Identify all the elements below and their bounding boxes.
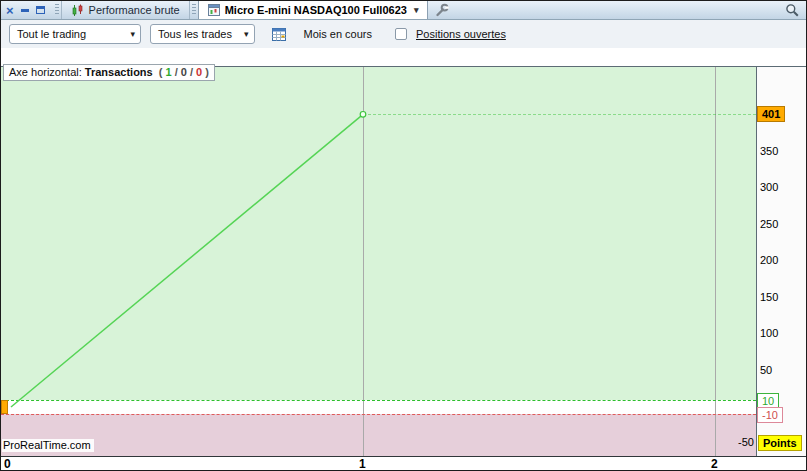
candlestick-icon (71, 4, 84, 17)
unit-tag: Points (758, 435, 802, 451)
watermark: ProRealTime.com (2, 439, 94, 452)
x-tick-label: 1 (359, 457, 366, 471)
y-tick-label: 100 (760, 327, 778, 339)
y-tick-label: 300 (760, 181, 778, 193)
neutral-count: 0 (181, 66, 187, 78)
titlebar-spacer (456, 1, 778, 19)
lower-threshold-tag: -10 (757, 407, 783, 423)
x-tick-label: 2 (711, 457, 718, 471)
minimize-icon[interactable] (21, 9, 29, 12)
upper-threshold-tag: 10 (757, 393, 779, 409)
zero-axis-marker (1, 400, 8, 415)
calendar-icon[interactable] (264, 26, 295, 42)
equity-line (11, 114, 363, 407)
wrench-icon[interactable] (428, 1, 456, 19)
tab-drag-grip[interactable] (55, 4, 59, 16)
loss-count: 0 (196, 66, 202, 78)
tab-performance-label: Performance brute (89, 4, 180, 16)
open-positions-checkbox[interactable] (395, 28, 407, 40)
maximize-box (36, 6, 45, 14)
y-tick-label: 50 (760, 364, 772, 376)
tab-performance-brute[interactable]: Performance brute (61, 1, 190, 19)
win-count: 1 (165, 66, 171, 78)
bottom-tick-label: -50 (730, 436, 754, 448)
open-positions-label[interactable]: Positions ouvertes (416, 28, 506, 40)
toolbar: Tout le trading ▾ Tous les trades ▾ Mois… (1, 20, 806, 48)
axis-info-prefix: Axe horizontal: (9, 66, 82, 78)
chart-window-icon (208, 4, 220, 16)
equity-curve[interactable] (1, 48, 756, 456)
window-controls: × (1, 1, 53, 19)
trading-scope-value: Tout le trading (17, 28, 86, 40)
trades-filter-select[interactable]: Tous les trades ▾ (150, 24, 255, 44)
trading-scope-select[interactable]: Tout le trading ▾ (9, 24, 141, 44)
titlebar: × Performance brute Micro E-mini NASDAQ1… (1, 1, 806, 20)
x-axis: 0 1 2 (1, 457, 806, 470)
trade-counts: ( 1 / 0 / 0 ) (159, 66, 209, 78)
axis-info-value: Transactions (85, 66, 153, 78)
app-window: × Performance brute Micro E-mini NASDAQ1… (0, 0, 807, 471)
current-value-tag: 401 (757, 106, 785, 122)
trades-filter-value: Tous les trades (158, 28, 232, 40)
axis-info-box: Axe horizontal: Transactions ( 1 / 0 / 0… (3, 64, 215, 81)
y-tick-label: 250 (760, 218, 778, 230)
x-tick-label: 0 (4, 457, 11, 471)
minimize-bar (21, 9, 29, 12)
y-tick-label: 150 (760, 291, 778, 303)
close-icon[interactable]: × (6, 4, 14, 17)
tab-instrument[interactable]: Micro E-mini NASDAQ100 Full0623 ▾ (198, 1, 429, 19)
last-point-marker (360, 112, 366, 118)
tab-drag-grip[interactable] (192, 4, 196, 16)
chevron-down-icon: ▾ (130, 29, 135, 39)
search-icon[interactable] (778, 1, 806, 19)
chevron-down-icon: ▾ (244, 29, 249, 39)
maximize-icon[interactable] (36, 6, 45, 14)
y-tick-label: 200 (760, 254, 778, 266)
current-month-label[interactable]: Mois en cours (304, 28, 372, 40)
chart-area: Axe horizontal: Transactions ( 1 / 0 / 0… (1, 48, 806, 470)
chevron-down-icon[interactable]: ▾ (414, 5, 419, 15)
instrument-tab-label: Micro E-mini NASDAQ100 Full0623 (225, 4, 407, 16)
y-tick-label: 350 (760, 145, 778, 157)
